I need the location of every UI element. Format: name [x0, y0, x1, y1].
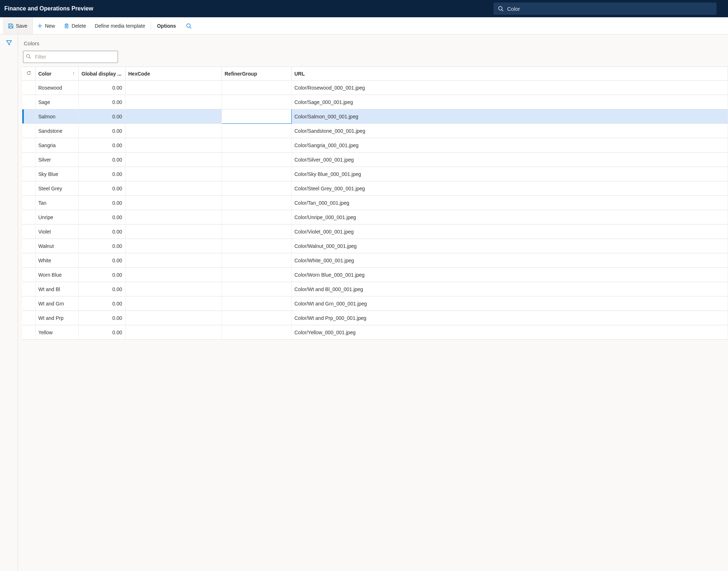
cell-global-display[interactable]: 0.00 [78, 196, 125, 210]
cell-color[interactable]: Steel Grey [35, 181, 78, 196]
row-selector[interactable] [22, 325, 35, 340]
cell-refiner-group[interactable] [222, 167, 291, 181]
cell-url[interactable]: Color/Sangria_000_001.jpeg [291, 138, 728, 153]
cell-color[interactable]: Wt and Bl [35, 282, 78, 296]
table-row[interactable]: Salmon0.00Color/Salmon_000_001.jpeg [22, 109, 728, 124]
cell-global-display[interactable]: 0.00 [78, 167, 125, 181]
cell-color[interactable]: Yellow [35, 325, 78, 340]
save-button[interactable]: Save [3, 17, 33, 34]
table-row[interactable]: Sage0.00Color/Sage_000_001.jpeg [22, 95, 728, 109]
cell-url[interactable]: Color/Wt and Prp_000_001.jpeg [291, 311, 728, 325]
cell-hexcode[interactable] [125, 225, 222, 239]
cell-color[interactable]: Rosewood [35, 81, 78, 95]
table-row[interactable]: White0.00Color/White_000_001.jpeg [22, 253, 728, 268]
cell-global-display[interactable]: 0.00 [78, 311, 125, 325]
cell-global-display[interactable]: 0.00 [78, 124, 125, 138]
col-url[interactable]: URL [291, 67, 728, 81]
cell-global-display[interactable]: 0.00 [78, 253, 125, 268]
cell-refiner-group[interactable] [222, 109, 291, 124]
cell-color[interactable]: Silver [35, 153, 78, 167]
cell-refiner-group[interactable] [222, 196, 291, 210]
cell-refiner-group[interactable] [222, 311, 291, 325]
cell-url[interactable]: Color/Rosewood_000_001.jpeg [291, 81, 728, 95]
cell-url[interactable]: Color/Violet_000_001.jpeg [291, 225, 728, 239]
cell-url[interactable]: Color/Sandstone_000_001.jpeg [291, 124, 728, 138]
row-selector[interactable] [22, 239, 35, 253]
cell-global-display[interactable]: 0.00 [78, 296, 125, 311]
grid-filter-input[interactable] [23, 51, 118, 63]
options-button[interactable]: Options [153, 17, 180, 34]
cell-hexcode[interactable] [125, 153, 222, 167]
cell-color[interactable]: Sandstone [35, 124, 78, 138]
refresh-header[interactable] [22, 67, 35, 81]
cell-url[interactable]: Color/Walnut_000_001.jpeg [291, 239, 728, 253]
cell-color[interactable]: Tan [35, 196, 78, 210]
cell-global-display[interactable]: 0.00 [78, 181, 125, 196]
col-refiner-group[interactable]: RefinerGroup [222, 67, 291, 81]
cell-color[interactable]: White [35, 253, 78, 268]
cell-url[interactable]: Color/Yellow_000_001.jpeg [291, 325, 728, 340]
row-selector[interactable] [22, 268, 35, 282]
cell-hexcode[interactable] [125, 296, 222, 311]
cell-global-display[interactable]: 0.00 [78, 239, 125, 253]
global-search[interactable]: Color [493, 3, 716, 15]
cell-hexcode[interactable] [125, 311, 222, 325]
new-button[interactable]: New [33, 17, 59, 34]
row-selector[interactable] [22, 296, 35, 311]
row-selector[interactable] [22, 196, 35, 210]
table-row[interactable]: Steel Grey0.00Color/Steel Grey_000_001.j… [22, 181, 728, 196]
cell-color[interactable]: Sangria [35, 138, 78, 153]
cell-global-display[interactable]: 0.00 [78, 81, 125, 95]
cell-refiner-group[interactable] [222, 268, 291, 282]
cell-hexcode[interactable] [125, 95, 222, 109]
table-row[interactable]: Sangria0.00Color/Sangria_000_001.jpeg [22, 138, 728, 153]
delete-button[interactable]: Delete [59, 17, 90, 34]
refiner-group-input[interactable] [222, 109, 291, 123]
cell-color[interactable]: Walnut [35, 239, 78, 253]
cell-color[interactable]: Sage [35, 95, 78, 109]
cell-url[interactable]: Color/Sky Blue_000_001.jpeg [291, 167, 728, 181]
cell-global-display[interactable]: 0.00 [78, 153, 125, 167]
cell-url[interactable]: Color/Steel Grey_000_001.jpeg [291, 181, 728, 196]
cell-color[interactable]: Worn Blue [35, 268, 78, 282]
table-row[interactable]: Unripe0.00Color/Unripe_000_001.jpeg [22, 210, 728, 225]
cell-refiner-group[interactable] [222, 210, 291, 225]
cell-url[interactable]: Color/Silver_000_001.jpeg [291, 153, 728, 167]
cell-hexcode[interactable] [125, 81, 222, 95]
cell-hexcode[interactable] [125, 109, 222, 124]
row-selector[interactable] [22, 153, 35, 167]
cell-global-display[interactable]: 0.00 [78, 138, 125, 153]
cell-hexcode[interactable] [125, 282, 222, 296]
cell-color[interactable]: Wt and Grn [35, 296, 78, 311]
row-selector[interactable] [22, 124, 35, 138]
cell-global-display[interactable]: 0.00 [78, 95, 125, 109]
cell-hexcode[interactable] [125, 268, 222, 282]
cell-hexcode[interactable] [125, 253, 222, 268]
cell-refiner-group[interactable] [222, 153, 291, 167]
cell-refiner-group[interactable] [222, 138, 291, 153]
table-row[interactable]: Sandstone0.00Color/Sandstone_000_001.jpe… [22, 124, 728, 138]
table-row[interactable]: Violet0.00Color/Violet_000_001.jpeg [22, 225, 728, 239]
cell-color[interactable]: Wt and Prp [35, 311, 78, 325]
cell-global-display[interactable]: 0.00 [78, 210, 125, 225]
cell-url[interactable]: Color/Salmon_000_001.jpeg [291, 109, 728, 124]
row-selector[interactable] [22, 181, 35, 196]
row-selector[interactable] [22, 210, 35, 225]
cell-global-display[interactable]: 0.00 [78, 225, 125, 239]
table-row[interactable]: Tan0.00Color/Tan_000_001.jpeg [22, 196, 728, 210]
row-selector[interactable] [22, 138, 35, 153]
cell-hexcode[interactable] [125, 210, 222, 225]
cell-hexcode[interactable] [125, 325, 222, 340]
table-row[interactable]: Silver0.00Color/Silver_000_001.jpeg [22, 153, 728, 167]
cell-refiner-group[interactable] [222, 81, 291, 95]
cell-url[interactable]: Color/Worn Blue_000_001.jpeg [291, 268, 728, 282]
cell-hexcode[interactable] [125, 196, 222, 210]
cell-global-display[interactable]: 0.00 [78, 282, 125, 296]
table-row[interactable]: Rosewood0.00Color/Rosewood_000_001.jpeg [22, 81, 728, 95]
cell-color[interactable]: Salmon [35, 109, 78, 124]
row-selector[interactable] [22, 109, 35, 124]
row-selector[interactable] [22, 225, 35, 239]
col-global-display[interactable]: Global display ... [78, 67, 125, 81]
table-row[interactable]: Worn Blue0.00Color/Worn Blue_000_001.jpe… [22, 268, 728, 282]
cell-color[interactable]: Sky Blue [35, 167, 78, 181]
